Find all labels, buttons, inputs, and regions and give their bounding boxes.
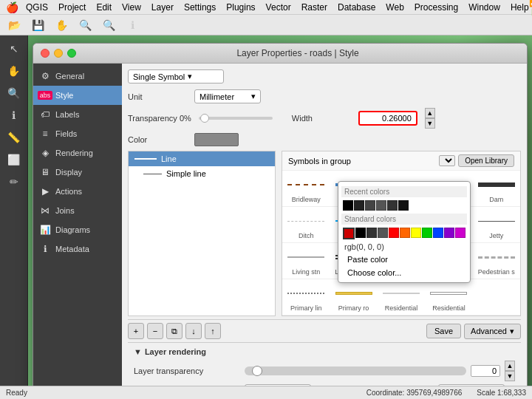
layer-transparency-slider[interactable]	[245, 366, 466, 375]
menu-view[interactable]: View	[122, 2, 141, 13]
menu-vector[interactable]: Vector	[266, 2, 291, 13]
layer-transparency-label: Layer transparency	[134, 366, 245, 375]
tool-zoom[interactable]: 🔍	[3, 83, 25, 103]
toolbar-identify[interactable]: ℹ	[121, 15, 143, 35]
width-increment-btn[interactable]: ▲	[425, 108, 435, 118]
swatch-dark5[interactable]	[398, 200, 409, 211]
import-symbol-btn[interactable]: ↓	[185, 323, 202, 339]
width-input[interactable]	[358, 111, 417, 126]
toolbar-pan[interactable]: ✋	[50, 15, 72, 35]
export-symbol-btn[interactable]: ↑	[205, 323, 221, 339]
symbol-item-simple-line[interactable]: Simple line	[129, 166, 275, 181]
symbol-cell-ditch[interactable]: Ditch	[282, 207, 330, 242]
tool-select[interactable]: ⬜	[3, 149, 25, 170]
symbol-cell-pedestrian[interactable]: Pedestrian s	[473, 243, 520, 279]
symbol-cell-primary-lin[interactable]: Primary lin	[282, 279, 330, 315]
swatch-std-1[interactable]	[366, 228, 377, 238]
menu-database[interactable]: Database	[338, 2, 375, 13]
duplicate-symbol-btn[interactable]: ⧉	[166, 323, 183, 339]
save-button[interactable]: Save	[426, 324, 461, 338]
layer-transparency-thumb[interactable]	[252, 366, 262, 376]
swatch-std-purple[interactable]	[444, 228, 454, 238]
apple-menu[interactable]: 🍎	[6, 1, 18, 13]
map-area[interactable]: Layer Properties - roads | Style ⚙ Gener…	[28, 35, 532, 399]
symbol-item-line[interactable]: Line	[129, 151, 275, 166]
sidebar-item-actions[interactable]: ▶ Actions	[33, 182, 122, 201]
menu-help[interactable]: Help	[511, 2, 529, 13]
swatch-std-yellow[interactable]	[411, 228, 421, 238]
sidebar-item-diagrams[interactable]: 📊 Diagrams	[33, 220, 122, 239]
advanced-button[interactable]: Advanced ▾	[464, 324, 521, 339]
swatch-dark1[interactable]	[354, 200, 364, 211]
paste-color-item[interactable]: Paste color	[341, 253, 467, 266]
color-swatch[interactable]	[194, 133, 239, 146]
trans-increment-btn[interactable]: ▲	[505, 361, 515, 371]
menu-plugins[interactable]: Plugins	[226, 2, 255, 13]
swatch-std-red[interactable]	[389, 228, 399, 238]
symbol-cell-jetty[interactable]: Jetty	[473, 207, 520, 242]
swatch-std-2[interactable]	[378, 228, 388, 238]
sidebar-item-general[interactable]: ⚙ General	[33, 66, 122, 86]
symbol-label-residential-2: Residential	[432, 304, 466, 312]
display-icon: 🖥	[39, 166, 51, 178]
symbol-cell-residential-2[interactable]: Residential	[425, 279, 472, 315]
sidebar-item-display[interactable]: 🖥 Display	[33, 163, 122, 182]
width-decrement-btn[interactable]: ▼	[425, 118, 435, 129]
choose-color-item[interactable]: Choose color...	[341, 266, 467, 279]
menu-web[interactable]: Web	[386, 2, 403, 13]
toolbar-save[interactable]: 💾	[27, 15, 49, 35]
menu-edit[interactable]: Edit	[96, 2, 112, 13]
tool-measure[interactable]: 📏	[3, 127, 25, 148]
toolbar-zoom-out[interactable]: 🔍	[98, 15, 120, 35]
unit-dropdown[interactable]: Millimeter ▾	[194, 89, 261, 103]
menu-window[interactable]: Window	[468, 2, 500, 13]
sidebar-item-rendering[interactable]: ◈ Rendering	[33, 143, 122, 163]
swatch-selected-red[interactable]	[343, 228, 355, 239]
swatch-std-black[interactable]	[355, 228, 366, 238]
symbol-label-ditch: Ditch	[299, 232, 314, 239]
minimize-button[interactable]	[54, 49, 63, 58]
transparency-value-input[interactable]	[471, 365, 500, 377]
symbols-group-select[interactable]	[439, 155, 455, 166]
menu-processing[interactable]: Processing	[415, 2, 458, 13]
symbol-cell-residential-1[interactable]: Residential	[378, 279, 425, 315]
symbol-cell-dam[interactable]: Dam	[473, 171, 520, 206]
remove-symbol-btn[interactable]: −	[147, 323, 163, 339]
tool-identify[interactable]: ℹ	[3, 105, 25, 126]
transparency-slider[interactable]	[199, 117, 273, 120]
menu-project[interactable]: Project	[58, 2, 86, 13]
sidebar-item-fields[interactable]: ≡ Fields	[33, 124, 122, 143]
sidebar-item-labels[interactable]: 🏷 Labels	[33, 105, 122, 124]
symbol-cell-bridleway[interactable]: Bridleway	[282, 171, 330, 206]
trans-decrement-btn[interactable]: ▼	[505, 371, 515, 381]
symbol-cell-primary-ro[interactable]: Primary ro	[330, 279, 377, 315]
swatch-std-green[interactable]	[422, 228, 432, 238]
swatch-std-orange[interactable]	[400, 228, 410, 238]
expand-icon[interactable]: ▼	[134, 347, 142, 356]
tool-edit[interactable]: ✏	[3, 171, 25, 192]
swatch-std-blue[interactable]	[433, 228, 443, 238]
tool-pan[interactable]: ✋	[3, 61, 25, 81]
menu-raster[interactable]: Raster	[301, 2, 327, 13]
swatch-dark3[interactable]	[376, 200, 386, 211]
toolbar-zoom-in[interactable]: 🔍	[74, 15, 96, 35]
sidebar-item-joins[interactable]: ⋈ Joins	[33, 201, 122, 220]
menu-settings[interactable]: Settings	[184, 2, 216, 13]
menu-layer[interactable]: Layer	[151, 2, 174, 13]
sidebar-item-style[interactable]: abs Style	[33, 86, 122, 105]
symbol-cell-living-stn[interactable]: Living stn	[282, 243, 330, 279]
transparency-thumb[interactable]	[200, 114, 209, 123]
style-type-dropdown[interactable]: Single Symbol ▾	[128, 69, 224, 83]
menu-qgis[interactable]: QGIS	[26, 2, 48, 13]
maximize-button[interactable]	[67, 49, 76, 58]
swatch-black[interactable]	[343, 200, 353, 211]
open-library-button[interactable]: Open Library	[458, 154, 514, 167]
add-symbol-btn[interactable]: +	[128, 323, 144, 339]
swatch-std-magenta[interactable]	[455, 228, 466, 238]
tool-pointer[interactable]: ↖	[3, 38, 25, 59]
close-button[interactable]	[41, 49, 50, 58]
swatch-dark4[interactable]	[387, 200, 398, 211]
sidebar-item-metadata[interactable]: ℹ Metadata	[33, 239, 122, 259]
toolbar-open[interactable]: 📂	[3, 15, 25, 35]
swatch-dark2[interactable]	[365, 200, 375, 211]
